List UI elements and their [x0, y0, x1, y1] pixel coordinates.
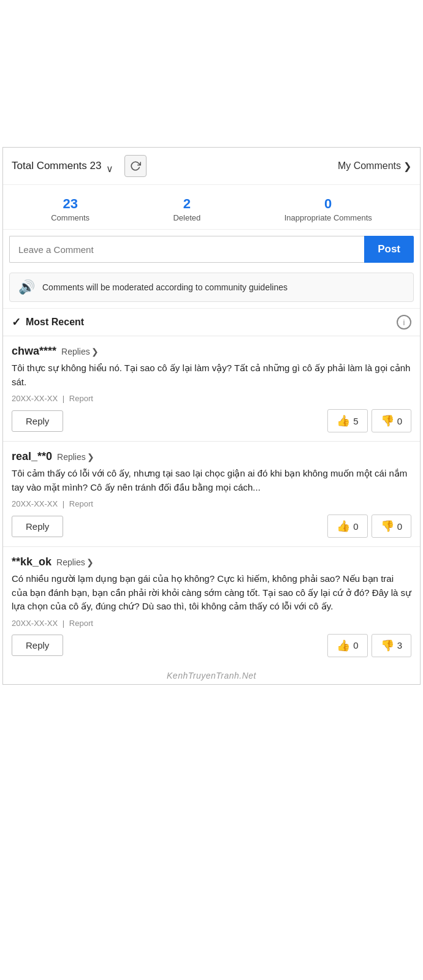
comment-username-row: chwa**** Replies ❯: [12, 345, 411, 358]
comment-block: real_**0 Replies ❯ Tôi cảm thấy có lỗi v…: [3, 441, 420, 546]
comment-text: Có nhiều người lạm dụng bạn gái của họ k…: [12, 572, 411, 614]
comments-count: 23: [51, 196, 90, 212]
comment-actions: Reply 👍 5 👎 0: [12, 409, 411, 441]
vote-actions: 👍 5 👎 0: [327, 409, 411, 432]
refresh-button[interactable]: [124, 155, 147, 177]
comment-block: **kk_ok Replies ❯ Có nhiều người lạm dụn…: [3, 546, 420, 666]
reply-button[interactable]: Reply: [12, 635, 63, 656]
replies-link[interactable]: Replies ❯: [57, 452, 94, 462]
like-count: 5: [353, 416, 358, 426]
comment-block: chwa**** Replies ❯ Tôi thực sự không hiể…: [3, 336, 420, 441]
comments-section: Total Comments 23 My Comments ❯ 23 Comme…: [2, 147, 421, 685]
comment-date: 20XX-XX-XX: [12, 619, 58, 628]
my-comments-link[interactable]: My Comments ❯: [338, 160, 411, 172]
thumbs-down-icon: 👎: [381, 414, 394, 428]
post-button[interactable]: Post: [364, 236, 414, 263]
chevron-right-icon: ❯: [403, 160, 411, 172]
thumbs-down-icon: 👎: [381, 639, 394, 652]
vote-actions: 👍 0 👎 3: [327, 634, 411, 657]
comment-date: 20XX-XX-XX: [12, 499, 58, 508]
dislike-count: 3: [397, 640, 402, 650]
thumbs-up-icon: 👍: [337, 414, 350, 428]
reply-button[interactable]: Reply: [12, 516, 63, 537]
like-count: 0: [353, 521, 358, 532]
replies-link[interactable]: Replies ❯: [56, 557, 94, 567]
like-button[interactable]: 👍 5: [327, 409, 367, 432]
comments-label: Comments: [51, 213, 90, 222]
vote-actions: 👍 0 👎 0: [327, 514, 411, 538]
report-link[interactable]: Report: [69, 619, 93, 628]
thumbs-up-icon: 👍: [337, 519, 350, 533]
thumbs-down-icon: 👎: [381, 519, 394, 533]
username: real_**0: [12, 450, 52, 463]
reply-button[interactable]: Reply: [12, 410, 63, 432]
comment-actions: Reply 👍 0 👎 3: [12, 634, 411, 666]
dislike-count: 0: [397, 521, 402, 532]
dislike-button[interactable]: 👎 3: [372, 634, 411, 657]
report-link[interactable]: Report: [69, 394, 93, 403]
sort-most-recent: Most Recent: [26, 317, 84, 328]
sort-row: ✓ Most Recent i: [3, 308, 420, 336]
checkmark-icon: ✓: [12, 315, 21, 329]
dislike-count: 0: [397, 416, 402, 426]
comment-actions: Reply 👍 0 👎 0: [12, 514, 411, 546]
report-link[interactable]: Report: [69, 499, 93, 508]
comment-text: Tôi cảm thấy có lỗi với cô ấy, nhưng tại…: [12, 467, 411, 494]
dislike-button[interactable]: 👎 0: [372, 514, 411, 538]
like-button[interactable]: 👍 0: [327, 634, 367, 657]
info-icon[interactable]: i: [397, 315, 411, 330]
username: **kk_ok: [12, 556, 51, 568]
inappropriate-count: 0: [284, 196, 372, 212]
sort-label[interactable]: ✓ Most Recent: [12, 315, 84, 329]
watermark-text: KenhTruyenTranh.Net: [167, 671, 256, 680]
comment-meta: 20XX-XX-XX | Report: [12, 619, 411, 628]
footer-watermark: KenhTruyenTranh.Net: [3, 666, 420, 684]
stats-row: 23 Comments 2 Deleted 0 Inappropriate Co…: [3, 185, 420, 230]
comments-header: Total Comments 23 My Comments ❯: [3, 148, 420, 185]
stat-deleted: 2 Deleted: [173, 196, 200, 223]
stat-inappropriate: 0 Inappropriate Comments: [284, 196, 372, 223]
stat-comments: 23 Comments: [51, 196, 90, 223]
deleted-label: Deleted: [173, 213, 200, 222]
moderation-notice: 🔊 Comments will be moderated according t…: [9, 273, 414, 302]
moderation-text: Comments will be moderated according to …: [42, 282, 288, 292]
like-count: 0: [353, 640, 358, 650]
replies-link[interactable]: Replies ❯: [61, 347, 99, 356]
comment-username-row: real_**0 Replies ❯: [12, 450, 411, 463]
comment-input[interactable]: [9, 236, 364, 263]
my-comments-label: My Comments: [338, 160, 401, 172]
comment-username-row: **kk_ok Replies ❯: [12, 556, 411, 568]
comment-input-row: Post: [3, 230, 420, 269]
inappropriate-label: Inappropriate Comments: [284, 213, 372, 222]
comment-text: Tôi thực sự không hiểu nó. Tại sao cô ấy…: [12, 361, 411, 389]
total-comments-label: Total Comments 23: [12, 160, 101, 172]
username: chwa****: [12, 345, 56, 358]
comment-meta: 20XX-XX-XX | Report: [12, 394, 411, 403]
speaker-icon: 🔊: [18, 279, 35, 295]
like-button[interactable]: 👍 0: [327, 514, 367, 538]
dislike-button[interactable]: 👎 0: [372, 409, 411, 432]
thumbs-up-icon: 👍: [337, 639, 350, 652]
comment-meta: 20XX-XX-XX | Report: [12, 499, 411, 508]
comment-date: 20XX-XX-XX: [12, 394, 58, 403]
deleted-count: 2: [173, 196, 200, 212]
chevron-down-icon[interactable]: [106, 163, 116, 169]
header-left: Total Comments 23: [12, 155, 147, 177]
